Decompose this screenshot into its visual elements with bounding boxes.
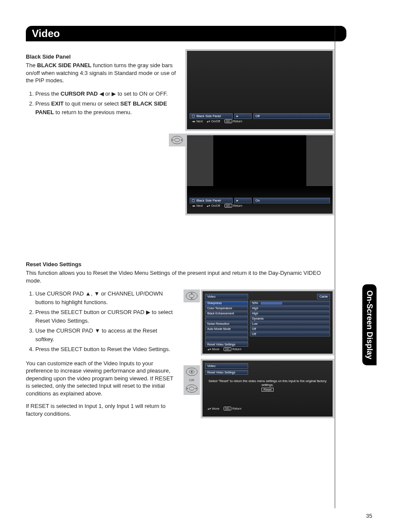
rm-move: Move [212,407,219,410]
reset-step2: Press the SELECT button or CURSOR PAD ▶ … [35,308,177,325]
dpad-icon [185,291,198,301]
bsp-intro-pre: The [26,62,37,68]
osd1-next: Next [196,120,202,123]
video-menu-row-label: Black Enhancement [205,311,248,316]
video-menu-row [205,337,330,342]
video-menu-cable: Cable [317,294,330,299]
reset-step4: Press the SELECT button to Reset the Vid… [35,345,177,354]
reset-menu-text: Select "Reset" to return the video menu … [205,379,330,392]
video-menu-row-value: High [250,306,330,311]
osd-label: ▢ Black Side Panel [190,113,233,119]
video-menu-row-label [205,337,248,342]
bsp-step1-bold: CURSOR PAD [61,90,98,97]
video-menu-row-label: Auto Movie Mode [205,327,248,331]
bsp-step2-bold1: EXIT [51,100,64,107]
bsp-step2: Press EXIT to quit menu or select SET BL… [35,100,177,116]
dpad-icon [185,367,198,376]
video-menu-row-value: Dynamic [250,316,330,321]
video-menu-row-label [205,316,248,321]
osd-video-menu: Video Cable Sharpness50% Color Temperatu… [201,289,334,355]
osd1-value: Off [253,113,330,119]
video-menu-row: Off [205,332,330,336]
reset-para2: If RESET is selected in Input 1, only In… [26,402,177,417]
osd-arrow-box2: ▸ [234,198,252,203]
reset-step3: Use the CURSOR PAD ▼ to access at the Re… [35,327,177,343]
video-menu-row: Black EnhancementHigh [205,311,330,316]
video-menu-row: Reset Video Settings [205,342,330,347]
bsp-step2-pre: Press [35,100,51,107]
video-menu-hints: ▴▾ Move SEL Return [205,348,330,351]
rm-sel: SEL [224,407,231,411]
osd-label2: ▢ Black Side Panel [190,198,233,203]
vertical-rule [335,26,335,508]
tv-icon: ▢ [192,199,195,202]
reset-steps: Use CURSOR PAD ▲, ▼ or CHANNEL UP/DOWN b… [26,289,177,354]
bsp-heading: Black Side Panel [26,53,177,60]
side-tab: On-Screen Display [362,284,377,365]
video-menu-row-value: High [250,311,330,316]
video-menu-row-label [205,332,248,336]
osd-reset-menu: Video Reset Video Settings Select "Reset… [201,359,334,418]
osd1-return: Return [233,120,242,123]
osd2-value: On [253,198,330,203]
osd1-label: Black Side Panel [196,114,221,118]
tv-icon: ▢ [192,114,195,118]
svg-point-3 [189,294,194,298]
reset-step1: Use CURSOR PAD ▲, ▼ or CHANNEL UP/DOWN b… [35,289,177,306]
osd1-sel: SEL [224,119,232,123]
reset-menu-subtitle: Reset Video Settings [205,370,248,375]
vm-return: Return [232,348,241,351]
svg-point-8 [189,387,194,390]
reset-menu-text-span: Select "Reset" to return the video menu … [209,379,327,387]
vm-sel: SEL [224,347,231,351]
dpad-icon [171,135,184,145]
video-menu-row-label: Noise Reduction [205,321,248,326]
reset-menu-title: Video [205,363,248,369]
video-menu-row: Color TemperatureHigh [205,306,330,311]
svg-point-6 [191,371,193,373]
video-menu-row-value: 50% [250,301,330,305]
reset-para1: You can customize each of the Video Inpu… [26,360,177,398]
bsp-intro: The BLACK SIDE PANEL function turns the … [26,62,177,84]
osd2-next: Next [196,204,202,207]
bsp-step1-pre: Press the [35,90,61,97]
bsp-steps: Press the CURSOR PAD ◀ or ▶ to set to ON… [26,90,177,117]
svg-point-1 [174,138,180,142]
osd-bsp-on: ▢ Black Side Panel ▸ On ◂▸ Next ▴▾ On/Of… [185,134,334,215]
osd2-sel: SEL [224,204,232,208]
osd-bsp-off: ▢ Black Side Panel ▸ Off ◂▸ Next ▴▾ On/O… [185,49,334,131]
vm-move: Move [212,348,219,351]
osd2-return: Return [233,204,242,207]
video-menu-row: Sharpness50% [205,301,330,305]
reset-button[interactable]: Reset [262,388,274,392]
page-number: 35 [366,513,372,519]
bsp-step2-post: to return to the previous menu. [54,109,132,115]
bsp-step1: Press the CURSOR PAD ◀ or ▶ to set to ON… [35,90,177,98]
video-menu-row: Noise ReductionLow [205,321,330,326]
osd1-hints: ◂▸ Next ▴▾ On/Off SEL Return [190,120,330,123]
osd1-onoff: On/Off [211,120,220,123]
osd2-hints: ◂▸ Next ▴▾ On/Off SEL Return [190,204,330,208]
reset-menu-hints: ▴▾ Move SEL Return [205,407,330,411]
video-menu-title: Video [205,294,248,299]
video-menu-row-value: Low [250,321,330,326]
section-banner: Video [26,26,346,41]
video-menu-row-label: Color Temperature [205,306,248,311]
video-menu-row-value: Off [250,327,330,331]
bsp-step1-post: ◀ or ▶ to set to ON or OFF. [98,90,168,97]
video-menu-row-label: Sharpness [205,301,248,305]
reset-heading: Reset Video Settings [26,261,334,268]
rm-return: Return [232,407,241,410]
or-label: OR [189,378,194,382]
osd-arrow-box: ▸ [234,113,252,119]
osd2-onoff: On/Off [211,204,220,207]
video-menu-row: Dynamic [205,316,330,321]
video-menu-row: Auto Movie ModeOff [205,327,330,331]
osd2-label: Black Side Panel [196,199,221,202]
dpad-icon [185,384,198,393]
video-menu-row-label: Reset Video Settings [205,342,248,347]
bsp-intro-bold: BLACK SIDE PANEL [37,62,91,68]
video-menu-row-value: Off [250,332,330,336]
reset-intro: This function allows you to Reset the Vi… [26,269,334,284]
bsp-step2-mid: to quit menu or select [64,100,121,107]
